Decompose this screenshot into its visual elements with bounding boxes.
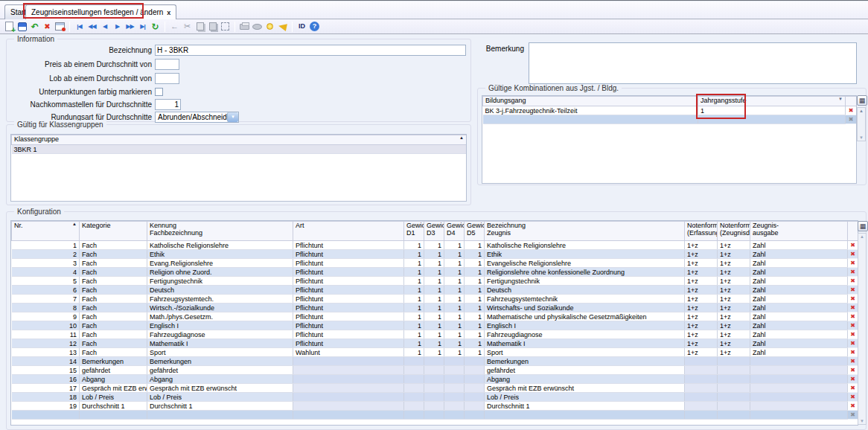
edit-form-button[interactable]	[54, 21, 66, 33]
bemerkung-textarea[interactable]	[529, 42, 857, 84]
refresh-button[interactable]: ↻	[149, 21, 162, 33]
klassengruppen-row[interactable]: 3BKR 1	[12, 145, 467, 154]
scroll-down-icon[interactable]: ▼	[858, 419, 866, 423]
save-button[interactable]	[16, 21, 28, 33]
delete-row-button[interactable]: ✖	[848, 268, 858, 277]
chevron-down-icon[interactable]: ▼	[227, 112, 238, 122]
back-arrow-button[interactable]: ←	[168, 21, 181, 33]
col-kategorie[interactable]: Kategorie	[80, 222, 147, 241]
config-row[interactable]: 19Durchschnitt 1Durchschnitt 1Durchschni…	[12, 402, 858, 411]
col-gewicht-d1[interactable]: GewichtD1	[404, 222, 424, 241]
col-zeugnisausgabe[interactable]: Zeugnis-ausgabe	[750, 222, 848, 241]
delete-row-button[interactable]: ✖	[848, 250, 858, 259]
cut-button[interactable]: ✂	[181, 21, 194, 33]
bezeichnung-input[interactable]	[155, 45, 466, 56]
delete-row-button[interactable]: ✖	[848, 393, 858, 402]
delete-row-button[interactable]: ✖	[848, 411, 858, 420]
rundungsart-select[interactable]: Abrunden/Abschneiden ▼	[155, 112, 239, 123]
col-notenformat-zeugnisdruck[interactable]: Notenformat(Zeugnisdruck)	[718, 222, 750, 241]
chevron-down-icon[interactable]: ▼	[838, 97, 843, 101]
tab-zeugniseinstellungen-close-icon[interactable]: x	[167, 9, 170, 16]
undo-button[interactable]: ↶	[28, 21, 41, 33]
delete-row-button[interactable]: ✖	[848, 286, 858, 295]
tab-zeugniseinstellungen[interactable]: Zeugniseinstellungen festlegen / ändern …	[25, 4, 176, 19]
config-row[interactable]: 15gefährdetgefährdetgefährdet✖	[12, 366, 858, 375]
config-row[interactable]: 11FachFahrzeugdiagnosePflichtunt1111Fahr…	[12, 330, 858, 339]
col-bildungsgang[interactable]: Bildungsgang	[483, 97, 698, 106]
config-row[interactable]: 13FachSportWahlunt1111Sport1+z1+zZahl✖	[12, 348, 858, 357]
next-record-button[interactable]: ▶	[111, 21, 124, 33]
delete-row-button[interactable]: ✖	[848, 304, 858, 312]
col-jahrgangsstufe[interactable]: Jahrgangsstufe▼	[698, 97, 846, 106]
hint-button[interactable]	[264, 21, 276, 33]
first-record-button[interactable]: |◀	[73, 21, 86, 33]
grid-settings-button[interactable]: ▦	[857, 95, 867, 106]
col-kennung[interactable]: KennungFachbezeichnung	[147, 222, 293, 241]
delete-row-button[interactable]: ✖	[848, 277, 858, 286]
kombinationen-scrollbar[interactable]: ▲ ▼	[857, 107, 866, 141]
new-record-button[interactable]	[3, 21, 16, 33]
col-gewicht-d3[interactable]: GewichtD3	[424, 222, 444, 241]
sort-ascending-icon[interactable]: ▲	[72, 222, 77, 226]
delete-row-button[interactable]: ✖	[846, 115, 857, 124]
delete-row-button[interactable]: ✖	[848, 321, 858, 330]
delete-row-button[interactable]: ✖	[848, 259, 858, 268]
fast-prev-button[interactable]: ◀◀	[86, 21, 98, 33]
config-row[interactable]: 12FachMathematik IPflichtunt1111Mathemat…	[12, 339, 858, 348]
delete-row-button[interactable]: ✖	[848, 241, 858, 250]
delete-row-button[interactable]: ✖	[848, 366, 858, 375]
sort-ascending-icon[interactable]: ▲	[459, 135, 464, 140]
print-button[interactable]	[238, 21, 251, 33]
config-row[interactable]: 16AbgangAbgangAbgang✖	[12, 375, 858, 384]
config-row[interactable]: 5FachFertigungstechnikPflichtunt1111Fert…	[12, 277, 858, 286]
fast-next-button[interactable]: ▶▶	[124, 21, 136, 33]
col-gewicht-d5[interactable]: GewichtD5	[465, 222, 485, 241]
konfiguration-scrollbar[interactable]: ▲ ▼	[858, 233, 867, 425]
prev-record-button[interactable]: ◀	[98, 21, 111, 33]
scroll-up-icon[interactable]: ▲	[858, 109, 865, 113]
config-row[interactable]: 6FachDeutschPflichtunt1111Deutsch1+z1+zZ…	[12, 286, 858, 295]
help-button[interactable]: ?	[308, 21, 321, 33]
config-row[interactable]: 2FachEthikPflichtunt1111Ethik1+z1+zZahl✖	[12, 250, 858, 259]
delete-row-button[interactable]: ✖	[848, 295, 858, 304]
delete-record-button[interactable]: ✖	[41, 21, 54, 33]
col-bezeichnung-zeugnis[interactable]: BezeichnungZeugnis	[485, 222, 685, 241]
preis-durchschnitt-input[interactable]	[155, 59, 179, 70]
config-row[interactable]: 17Gespräch mit EZB erwünschtGespräch mit…	[12, 384, 858, 393]
delete-row-button[interactable]: ✖	[848, 339, 858, 348]
delete-row-button[interactable]: ✖	[848, 348, 858, 357]
config-row[interactable]: 7FachFahrzeugsystemtech.Pflichtunt1111Fa…	[12, 295, 858, 304]
delete-row-button[interactable]: ✖	[848, 330, 858, 339]
col-klassengruppe[interactable]: Klassengruppe▲	[12, 135, 467, 145]
stamp-button[interactable]	[251, 21, 264, 33]
delete-row-button[interactable]: ✖	[846, 106, 857, 115]
delete-row-button[interactable]: ✖	[848, 384, 858, 393]
config-row[interactable]: 10FachEnglisch IPflichtunt1111Englisch I…	[12, 321, 858, 330]
col-art[interactable]: Art	[293, 222, 404, 241]
config-row[interactable]: ✖	[12, 411, 858, 420]
nachkommastellen-input[interactable]	[155, 99, 181, 110]
notify-button[interactable]	[276, 21, 289, 33]
config-row[interactable]: 18Lob / PreisLob / PreisLob / Preis✖	[12, 393, 858, 402]
id-button[interactable]: ID	[296, 21, 308, 33]
select-region-button[interactable]	[219, 21, 232, 33]
scroll-up-icon[interactable]: ▲	[858, 234, 866, 239]
col-notenformat-erfassung[interactable]: Notenformat(Erfassung)	[685, 222, 718, 241]
delete-row-button[interactable]: ✖	[848, 402, 858, 411]
col-nr[interactable]: Nr.▲	[12, 222, 80, 241]
config-row[interactable]: 14BemerkungenBemerkungenBemerkungen✖	[12, 357, 858, 366]
grid-settings-button[interactable]: ▦	[858, 221, 868, 231]
unterpunktungen-checkbox[interactable]	[155, 88, 163, 96]
config-row[interactable]: 4FachReligion ohne Zuord.Pflichtunt1111R…	[12, 268, 858, 277]
lob-durchschnitt-input[interactable]	[155, 73, 179, 84]
copy-button[interactable]	[194, 21, 206, 33]
delete-row-button[interactable]: ✖	[848, 357, 858, 366]
delete-row-button[interactable]: ✖	[848, 375, 858, 384]
config-row[interactable]: 8FachWirtsch.-/SozialkundePflichtunt1111…	[12, 304, 858, 312]
last-record-button[interactable]: ▶|	[136, 21, 149, 33]
kombinationen-row[interactable]: BK 3-j.Fahrzeugtechnik-Teilzeit 1 ✖	[483, 106, 857, 115]
kombinationen-empty-row[interactable]: ✖	[483, 115, 857, 124]
config-row[interactable]: 3FachEvang.ReligionslehrePflichtunt1111E…	[12, 259, 858, 268]
config-row[interactable]: 1FachKatholische ReligionslehrePflichtun…	[12, 241, 858, 250]
scroll-down-icon[interactable]: ▼	[858, 135, 865, 140]
